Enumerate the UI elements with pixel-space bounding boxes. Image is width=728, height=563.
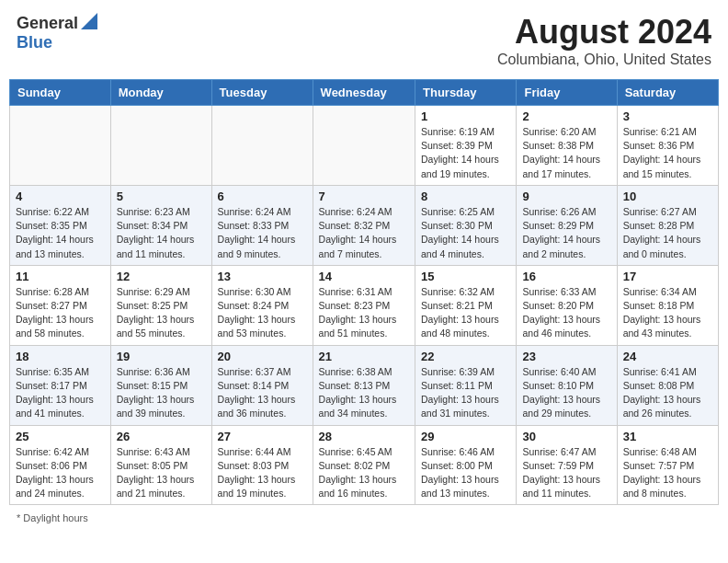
day-info: Sunrise: 6:37 AM Sunset: 8:14 PM Dayligh… [218, 365, 307, 421]
day-number: 26 [117, 430, 206, 443]
day-number: 10 [623, 190, 712, 203]
calendar-week-row: 25Sunrise: 6:42 AM Sunset: 8:06 PM Dayli… [10, 425, 719, 505]
calendar-cell: 4Sunrise: 6:22 AM Sunset: 8:35 PM Daylig… [10, 185, 111, 265]
day-number: 1 [421, 109, 510, 123]
day-info: Sunrise: 6:38 AM Sunset: 8:13 PM Dayligh… [319, 365, 409, 421]
calendar-cell: 18Sunrise: 6:35 AM Sunset: 8:17 PM Dayli… [10, 345, 111, 425]
page-subtitle: Columbiana, Ohio, United States [497, 52, 711, 68]
daylight-label: Daylight hours [23, 512, 87, 523]
calendar-cell: 28Sunrise: 6:45 AM Sunset: 8:02 PM Dayli… [313, 425, 415, 505]
calendar-cell: 15Sunrise: 6:32 AM Sunset: 8:21 PM Dayli… [415, 265, 517, 345]
calendar-cell: 11Sunrise: 6:28 AM Sunset: 8:27 PM Dayli… [10, 265, 111, 345]
day-info: Sunrise: 6:27 AM Sunset: 8:28 PM Dayligh… [623, 205, 712, 261]
calendar-cell: 3Sunrise: 6:21 AM Sunset: 8:36 PM Daylig… [617, 106, 718, 186]
day-number: 19 [117, 350, 206, 363]
title-area: August 2024 Columbiana, Ohio, United Sta… [497, 13, 711, 68]
logo-triangle-icon [81, 13, 97, 33]
header-friday: Friday [517, 80, 617, 106]
day-number: 9 [522, 190, 610, 203]
day-info: Sunrise: 6:25 AM Sunset: 8:30 PM Dayligh… [421, 205, 510, 261]
day-number: 4 [16, 190, 105, 203]
day-info: Sunrise: 6:41 AM Sunset: 8:08 PM Dayligh… [623, 365, 712, 421]
calendar-cell: 17Sunrise: 6:34 AM Sunset: 8:18 PM Dayli… [617, 265, 718, 345]
calendar-week-row: 4Sunrise: 6:22 AM Sunset: 8:35 PM Daylig… [10, 185, 719, 265]
day-number: 6 [218, 190, 307, 203]
day-info: Sunrise: 6:24 AM Sunset: 8:33 PM Dayligh… [218, 205, 307, 261]
header: General Blue August 2024 Columbiana, Ohi… [9, 9, 719, 72]
day-number: 14 [319, 270, 409, 283]
calendar-cell: 14Sunrise: 6:31 AM Sunset: 8:23 PM Dayli… [313, 265, 415, 345]
day-number: 8 [421, 190, 510, 203]
calendar-week-row: 1Sunrise: 6:19 AM Sunset: 8:39 PM Daylig… [10, 106, 719, 186]
day-info: Sunrise: 6:24 AM Sunset: 8:32 PM Dayligh… [319, 205, 409, 261]
calendar-cell: 31Sunrise: 6:48 AM Sunset: 7:57 PM Dayli… [617, 425, 718, 505]
day-info: Sunrise: 6:20 AM Sunset: 8:38 PM Dayligh… [522, 125, 610, 181]
day-info: Sunrise: 6:43 AM Sunset: 8:05 PM Dayligh… [117, 445, 206, 501]
day-info: Sunrise: 6:32 AM Sunset: 8:21 PM Dayligh… [421, 285, 510, 341]
day-number: 5 [117, 190, 206, 203]
calendar-cell: 6Sunrise: 6:24 AM Sunset: 8:33 PM Daylig… [211, 185, 313, 265]
day-info: Sunrise: 6:36 AM Sunset: 8:15 PM Dayligh… [117, 365, 206, 421]
day-number: 24 [623, 350, 712, 363]
calendar-cell: 8Sunrise: 6:25 AM Sunset: 8:30 PM Daylig… [415, 185, 517, 265]
day-number: 2 [522, 109, 610, 123]
calendar-cell: 5Sunrise: 6:23 AM Sunset: 8:34 PM Daylig… [110, 185, 211, 265]
calendar-cell: 21Sunrise: 6:38 AM Sunset: 8:13 PM Dayli… [313, 345, 415, 425]
day-number: 31 [623, 430, 712, 443]
day-info: Sunrise: 6:45 AM Sunset: 8:02 PM Dayligh… [319, 445, 409, 501]
calendar-cell: 30Sunrise: 6:47 AM Sunset: 7:59 PM Dayli… [517, 425, 617, 505]
day-info: Sunrise: 6:26 AM Sunset: 8:29 PM Dayligh… [522, 205, 610, 261]
calendar-cell: 26Sunrise: 6:43 AM Sunset: 8:05 PM Dayli… [110, 425, 211, 505]
day-info: Sunrise: 6:39 AM Sunset: 8:11 PM Dayligh… [421, 365, 510, 421]
header-saturday: Saturday [617, 80, 718, 106]
day-info: Sunrise: 6:44 AM Sunset: 8:03 PM Dayligh… [218, 445, 307, 501]
day-number: 23 [522, 350, 610, 363]
day-number: 18 [16, 350, 105, 363]
day-number: 11 [16, 270, 105, 283]
calendar-cell [110, 106, 211, 186]
day-info: Sunrise: 6:21 AM Sunset: 8:36 PM Dayligh… [623, 125, 712, 181]
day-number: 17 [623, 270, 712, 283]
day-number: 7 [319, 190, 409, 203]
day-number: 15 [421, 270, 510, 283]
day-info: Sunrise: 6:19 AM Sunset: 8:39 PM Dayligh… [421, 125, 510, 181]
calendar-week-row: 18Sunrise: 6:35 AM Sunset: 8:17 PM Dayli… [10, 345, 719, 425]
day-info: Sunrise: 6:29 AM Sunset: 8:25 PM Dayligh… [117, 285, 206, 341]
calendar: Sunday Monday Tuesday Wednesday Thursday… [9, 79, 719, 505]
footer-note: * Daylight hours [9, 511, 719, 525]
day-number: 25 [16, 430, 105, 443]
day-info: Sunrise: 6:28 AM Sunset: 8:27 PM Dayligh… [16, 285, 105, 341]
day-number: 29 [421, 430, 510, 443]
day-number: 30 [522, 430, 610, 443]
day-info: Sunrise: 6:47 AM Sunset: 7:59 PM Dayligh… [522, 445, 610, 501]
calendar-cell: 27Sunrise: 6:44 AM Sunset: 8:03 PM Dayli… [211, 425, 313, 505]
calendar-cell: 23Sunrise: 6:40 AM Sunset: 8:10 PM Dayli… [517, 345, 617, 425]
calendar-week-row: 11Sunrise: 6:28 AM Sunset: 8:27 PM Dayli… [10, 265, 719, 345]
day-info: Sunrise: 6:22 AM Sunset: 8:35 PM Dayligh… [16, 205, 105, 261]
day-info: Sunrise: 6:23 AM Sunset: 8:34 PM Dayligh… [117, 205, 206, 261]
calendar-cell: 24Sunrise: 6:41 AM Sunset: 8:08 PM Dayli… [617, 345, 718, 425]
calendar-cell: 2Sunrise: 6:20 AM Sunset: 8:38 PM Daylig… [517, 106, 617, 186]
calendar-cell: 7Sunrise: 6:24 AM Sunset: 8:32 PM Daylig… [313, 185, 415, 265]
calendar-cell: 20Sunrise: 6:37 AM Sunset: 8:14 PM Dayli… [211, 345, 313, 425]
header-wednesday: Wednesday [313, 80, 415, 106]
day-info: Sunrise: 6:48 AM Sunset: 7:57 PM Dayligh… [623, 445, 712, 501]
calendar-cell [313, 106, 415, 186]
day-info: Sunrise: 6:40 AM Sunset: 8:10 PM Dayligh… [522, 365, 610, 421]
header-monday: Monday [110, 80, 211, 106]
header-tuesday: Tuesday [211, 80, 313, 106]
day-info: Sunrise: 6:46 AM Sunset: 8:00 PM Dayligh… [421, 445, 510, 501]
calendar-cell: 22Sunrise: 6:39 AM Sunset: 8:11 PM Dayli… [415, 345, 517, 425]
day-number: 12 [117, 270, 206, 283]
calendar-cell: 29Sunrise: 6:46 AM Sunset: 8:00 PM Dayli… [415, 425, 517, 505]
calendar-cell [211, 106, 313, 186]
svg-marker-0 [81, 13, 97, 29]
day-number: 21 [319, 350, 409, 363]
logo-text-general: General [17, 14, 78, 33]
calendar-cell: 19Sunrise: 6:36 AM Sunset: 8:15 PM Dayli… [110, 345, 211, 425]
calendar-cell: 13Sunrise: 6:30 AM Sunset: 8:24 PM Dayli… [211, 265, 313, 345]
calendar-cell: 9Sunrise: 6:26 AM Sunset: 8:29 PM Daylig… [517, 185, 617, 265]
day-number: 3 [623, 109, 712, 123]
header-thursday: Thursday [415, 80, 517, 106]
calendar-cell: 25Sunrise: 6:42 AM Sunset: 8:06 PM Dayli… [10, 425, 111, 505]
